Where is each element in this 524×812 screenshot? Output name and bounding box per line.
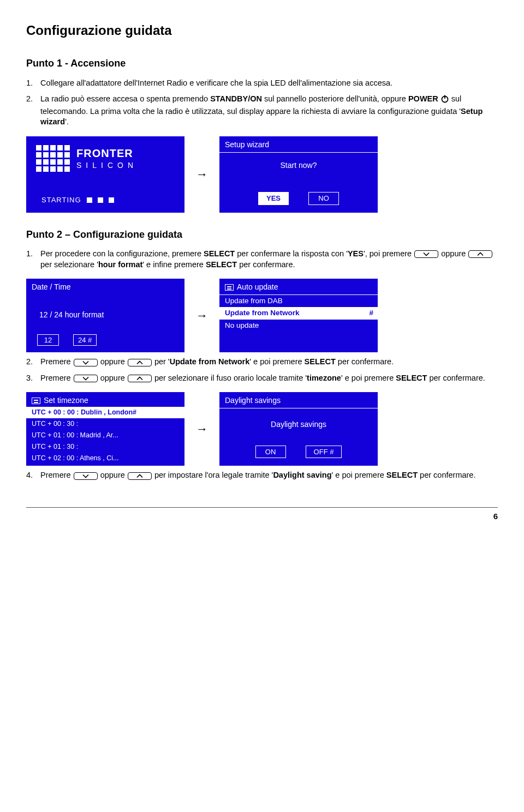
step-2-3: 3. Premere oppure per selezionare il fus… <box>26 373 498 384</box>
txt: Auto update <box>237 282 278 291</box>
txt: ' e poi premere <box>341 374 396 382</box>
txt: per confermare. <box>237 260 295 269</box>
square-icon <box>109 197 114 203</box>
txt: sul pannello posteriore dell'unità, oppu… <box>262 94 408 103</box>
yes-button: YES <box>258 192 289 205</box>
down-button-icon <box>414 250 438 258</box>
screen-prompt: Daylight savings <box>219 408 378 433</box>
screen-starting: FRONTER SILICON STARTING <box>26 136 184 213</box>
txt: oppure <box>98 471 127 479</box>
txt: Premere <box>40 357 73 366</box>
square-icon <box>87 197 92 203</box>
kw: SELECT <box>206 260 237 269</box>
screen-header: Daylight savings <box>219 392 378 408</box>
screen-setup-wizard: Setup wizard Start now? YES NO <box>219 136 378 213</box>
txt: UTC + 00 : 00 : Dublin , London# <box>32 408 136 417</box>
list-body: Collegare all'adattatore dell'Internet R… <box>40 78 498 89</box>
txt: per selezionare il fuso orario locale tr… <box>152 374 307 382</box>
txt: Premere <box>40 374 73 382</box>
opt-24: 24 # <box>73 334 97 346</box>
list-number: 2. <box>26 94 40 128</box>
menu-item: UTC + 02 : 00 : Athens , Ci... <box>26 453 184 464</box>
kw: SELECT <box>396 374 427 382</box>
screen-timezone: Set timezone UTC + 00 : 00 : Dublin , Lo… <box>26 392 184 466</box>
txt: per impostare l'ora legale tramite ' <box>152 471 273 479</box>
up-button-icon <box>128 472 152 480</box>
menu-item: No update <box>219 320 378 332</box>
screen-prompt: Start now? <box>219 153 378 174</box>
off-button: OFF # <box>306 446 342 459</box>
on-button: ON <box>255 446 286 459</box>
list-body: Premere oppure per selezionare il fuso o… <box>40 373 498 384</box>
hash-icon: # <box>369 308 373 318</box>
page-title: Configurazione guidata <box>26 22 498 39</box>
list-number: 1. <box>26 78 40 89</box>
kw-standby: STANDBY/ON <box>210 94 262 103</box>
step-2-1: 1. Per procedere con la configurazione, … <box>26 249 498 270</box>
section1-heading: Punto 1 - Accensione <box>26 57 498 70</box>
list-body: Premere oppure per impostare l'ora legal… <box>40 470 498 481</box>
txt: Update from Network <box>225 308 300 318</box>
screen-header: Set timezone <box>26 392 184 407</box>
txt: Premere <box>40 471 73 479</box>
power-icon <box>440 94 449 106</box>
opt-12: 12 <box>37 334 59 346</box>
arrow-right-icon: → <box>194 308 210 324</box>
screen-header: Setup wizard <box>219 136 378 153</box>
square-icon <box>98 197 103 203</box>
txt: oppure <box>98 357 127 366</box>
step-1-1: 1. Collegare all'adattatore dell'Interne… <box>26 78 498 89</box>
txt: ' e poi premere <box>332 471 386 479</box>
list-icon <box>32 398 40 404</box>
txt: per confermare. <box>336 357 394 366</box>
list-body: Premere oppure per 'Update from Network'… <box>40 357 498 368</box>
page-number: 6 <box>26 507 498 522</box>
kw: timezone <box>307 374 341 382</box>
step-1-2: 2. La radio può essere accesa o spenta p… <box>26 94 498 128</box>
up-button-icon <box>128 375 152 382</box>
txt: per confermare. <box>427 374 485 382</box>
list-number: 4. <box>26 470 40 481</box>
list-body: La radio può essere accesa o spenta prem… <box>40 94 498 128</box>
txt: UTC + 00 : 30 : <box>32 419 78 429</box>
list-body: Per procedere con la configurazione, pre… <box>40 249 498 270</box>
txt: oppure <box>98 374 127 382</box>
arrow-right-icon: → <box>194 421 210 437</box>
kw: SELECT <box>305 357 336 366</box>
txt: La radio può essere accesa o spenta prem… <box>40 94 210 103</box>
txt: Set timezone <box>44 396 88 405</box>
no-button: NO <box>308 192 339 205</box>
txt: No update <box>225 321 259 330</box>
logo-text: FRONTER <box>76 146 133 161</box>
menu-item-selected: Update from Network# <box>219 307 378 319</box>
txt: per ' <box>152 357 170 366</box>
screen-daylight: Daylight savings Daylight savings ON OFF… <box>219 392 378 466</box>
down-button-icon <box>74 472 98 480</box>
screens-row-1: FRONTER SILICON STARTING → Setup wizard … <box>26 136 498 213</box>
screen-header: Auto update <box>219 279 378 295</box>
menu-item: Update from DAB <box>219 295 378 307</box>
step-2-2: 2. Premere oppure per 'Update from Netwo… <box>26 357 498 368</box>
list-number: 2. <box>26 357 40 368</box>
kw: YES <box>348 249 364 258</box>
menu-item: UTC + 01 : 30 : <box>26 441 184 453</box>
section2-heading: Punto 2 – Configurazione guidata <box>26 228 498 241</box>
arrow-right-icon: → <box>194 166 210 183</box>
txt: STARTING <box>41 195 81 205</box>
screen-line: 12 / 24 hour format <box>26 294 184 323</box>
screens-row-3: Set timezone UTC + 00 : 00 : Dublin , Lo… <box>26 392 498 466</box>
step-2-4: 4. Premere oppure per impostare l'ora le… <box>26 470 498 481</box>
txt: ' e infine premere <box>142 260 206 269</box>
txt: UTC + 01 : 00 : Madrid , Ar... <box>32 431 118 440</box>
list-icon <box>225 284 234 291</box>
down-button-icon <box>74 375 98 382</box>
txt: '. <box>65 117 69 126</box>
list-number: 3. <box>26 373 40 384</box>
txt: Per procedere con la configurazione, pre… <box>40 249 204 258</box>
down-button-icon <box>74 359 98 366</box>
screen-auto-update: Auto update Update from DAB Update from … <box>219 279 378 352</box>
txt: UTC + 02 : 00 : Athens , Ci... <box>32 454 118 463</box>
starting-label: STARTING <box>41 195 114 205</box>
txt: Update from DAB <box>225 296 283 306</box>
kw: Update from Network <box>170 357 250 366</box>
